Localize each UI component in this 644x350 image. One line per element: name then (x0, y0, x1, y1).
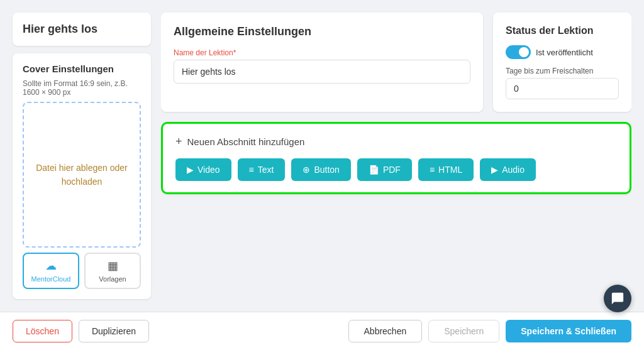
duplicate-button[interactable]: Duplizieren (79, 320, 149, 342)
section-heading: Neuen Abschnitt hinzufügen (187, 136, 305, 147)
text-btn-label: Text (258, 165, 274, 175)
file-drop-zone[interactable]: Datei hier ablegen oder hochladen (23, 102, 141, 248)
toggle-row: Ist veröffentlicht (506, 45, 619, 59)
button-btn[interactable]: ⊕ Button (291, 158, 350, 181)
lesson-title: Hier gehts los (23, 23, 141, 36)
allgemeine-card: Allgemeine Einstellungen Name der Lektio… (161, 13, 483, 112)
cover-settings-description: Sollte im Format 16:9 sein, z.B. 1600 × … (23, 79, 141, 97)
footer-right: Abbrechen Speichern Speichern & Schließe… (348, 320, 631, 342)
audio-icon: ▶ (491, 165, 498, 175)
plus-icon: + (175, 135, 182, 148)
html-btn-label: HTML (438, 165, 462, 175)
audio-btn[interactable]: ▶ Audio (480, 158, 536, 181)
publish-toggle[interactable] (506, 45, 531, 59)
sidebar: Hier gehts los Cover Einstellungen Sollt… (13, 13, 151, 299)
status-card: Status der Lektion Ist veröffentlicht Ta… (493, 13, 631, 112)
text-btn[interactable]: ≡ Text (238, 158, 286, 181)
vorlagen-label: Vorlagen (99, 275, 126, 283)
publish-toggle-label: Ist veröffentlicht (536, 48, 593, 57)
lesson-title-card: Hier gehts los (13, 13, 151, 46)
footer-left: Löschen Duplizieren (13, 320, 149, 342)
top-row: Allgemeine Einstellungen Name der Lektio… (161, 13, 631, 112)
status-heading: Status der Lektion (506, 25, 619, 36)
chat-bubble[interactable] (604, 285, 631, 312)
section-buttons: ▶ Video ≡ Text ⊕ Button 📄 PDF ≡ HTML (175, 158, 617, 181)
vorlagen-template-btn[interactable]: ▦ Vorlagen (84, 253, 141, 289)
right-content: Allgemeine Einstellungen Name der Lektio… (161, 13, 631, 299)
button-btn-label: Button (314, 165, 339, 175)
pdf-icon: 📄 (369, 165, 379, 175)
cloud-icon: ☁ (45, 259, 57, 273)
mentorcloud-template-btn[interactable]: ☁ MentorCloud (23, 253, 79, 289)
cover-settings-heading: Cover Einstellungen (23, 63, 141, 74)
pdf-btn[interactable]: 📄 PDF (357, 158, 412, 181)
footer: Löschen Duplizieren Abbrechen Speichern … (0, 312, 644, 350)
allgemeine-heading: Allgemeine Einstellungen (174, 25, 470, 38)
lesson-name-input[interactable] (174, 60, 470, 84)
html-btn[interactable]: ≡ HTML (418, 158, 474, 181)
save-button[interactable]: Speichern (428, 320, 499, 342)
section-header: + Neuen Abschnitt hinzufügen (175, 135, 617, 148)
delete-button[interactable]: Löschen (13, 320, 72, 342)
text-icon: ≡ (249, 165, 254, 175)
video-btn-label: Video (197, 165, 220, 175)
html-icon: ≡ (430, 165, 435, 175)
section-adder: + Neuen Abschnitt hinzufügen ▶ Video ≡ T… (161, 122, 631, 194)
button-icon: ⊕ (303, 165, 310, 175)
save-close-button[interactable]: Speichern & Schließen (506, 320, 631, 342)
file-drop-zone-text: Datei hier ablegen oder hochladen (34, 161, 130, 189)
lesson-name-label: Name der Lektion* (174, 48, 470, 57)
cancel-button[interactable]: Abbrechen (348, 320, 423, 342)
template-buttons: ☁ MentorCloud ▦ Vorlagen (23, 253, 141, 289)
template-icon: ▦ (108, 259, 118, 273)
pdf-btn-label: PDF (383, 165, 401, 175)
chat-icon (611, 292, 625, 305)
days-label: Tage bis zum Freischalten (506, 67, 619, 75)
video-btn[interactable]: ▶ Video (175, 158, 231, 181)
cover-settings-card: Cover Einstellungen Sollte im Format 16:… (13, 53, 151, 299)
mentorcloud-label: MentorCloud (31, 275, 71, 283)
video-icon: ▶ (187, 165, 194, 175)
days-input[interactable] (506, 78, 619, 99)
audio-btn-label: Audio (502, 165, 525, 175)
